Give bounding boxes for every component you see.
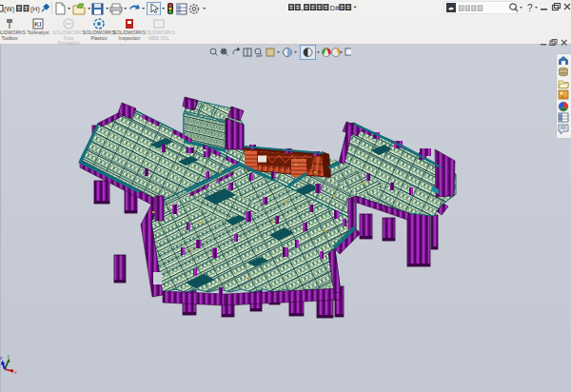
svg-text:z: z: [0, 355, 3, 361]
svg-text:x: x: [14, 369, 17, 375]
svg-text:y: y: [8, 353, 10, 359]
